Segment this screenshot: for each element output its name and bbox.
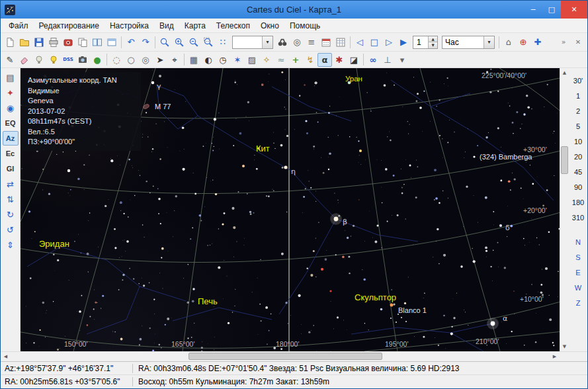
new-window-button[interactable] [105,35,119,50]
chain-charts-button[interactable]: ∞ [366,53,380,67]
menu-item-setup[interactable]: Настройка [105,19,154,32]
close-button[interactable]: ✕ [561,1,587,19]
new-chart-button[interactable] [3,35,17,50]
orientation-button-n[interactable]: N [569,235,587,249]
flash-blink-button[interactable]: ↯ [303,53,317,67]
coord-equatorial-button[interactable]: EQ [3,116,19,130]
deep-sky-objects-button[interactable]: + [288,53,303,67]
rotate-ccw-button[interactable]: ↺ [3,222,19,237]
time-step[interactable]: 1▲▼ [413,36,438,49]
fov-button-10[interactable]: 10 [569,134,587,148]
calendar-button[interactable] [319,35,333,50]
scroll-down-icon[interactable]: ▼ [560,342,569,351]
rotate-cw-button[interactable]: ↻ [3,207,19,222]
scroll-left-icon[interactable]: ◀ [1,352,11,361]
chart-area[interactable]: КитЭриданПечьСкульпторУранM 77(324) Bamb… [21,68,560,351]
scroll-up-icon[interactable]: ▲ [560,68,569,77]
orientation-button-w[interactable]: W [569,281,587,294]
greek-labels-button[interactable]: α [317,53,332,67]
fov-button-45[interactable]: 45 [569,165,587,179]
ephemerides-button[interactable] [333,35,348,50]
fov-reticle-medium-button[interactable]: ○ [124,53,138,67]
fov-button-90[interactable]: 90 [569,180,587,194]
coord-azimuthal-button[interactable]: Az [3,131,19,146]
menu-item-edit[interactable]: Редактирование [34,19,105,32]
menu-item-view[interactable]: Вид [154,19,179,32]
time-previous-button[interactable]: ◁ [353,35,367,50]
label-eraser-button[interactable] [17,53,32,67]
scroll-right-icon[interactable]: ▶ [550,352,560,361]
time-step-up-icon[interactable]: ▲ [429,36,437,42]
copy-chart-button[interactable] [75,35,90,50]
time-next-button[interactable]: ▶ [396,35,411,50]
flip-horizontal-button[interactable]: ⇄ [3,177,19,191]
horizontal-scroll-track[interactable] [11,352,550,361]
star-density-button[interactable]: ∷ [216,35,230,50]
time-stop-button[interactable]: □ [367,35,382,50]
orientation-button-s[interactable]: S [569,250,587,264]
time-unit[interactable]: Час▾ [442,36,495,49]
image-invert-button[interactable]: ◪ [347,53,361,67]
photo-camera-button[interactable] [75,53,90,67]
night-mode-button[interactable]: ◐ [201,53,216,67]
menu-item-file[interactable]: Файл [3,19,34,32]
fov-button-30min[interactable]: 30' [569,73,587,87]
constellation-boundaries-button[interactable]: ▨ [245,53,259,67]
coord-galactic-button[interactable]: Gl [3,161,19,176]
fov-button-310[interactable]: 310 [569,210,587,224]
fov-reticle-small-button[interactable]: ◌ [109,53,124,67]
orientation-button-e[interactable]: E [569,265,587,279]
vertical-scrollbar[interactable]: ▲ ▼ [560,68,569,351]
toolbar-close-button[interactable]: ✕ [571,35,585,50]
pointer-arrow-button[interactable]: ➤ [153,53,167,67]
orientation-button-z[interactable]: Z [569,296,587,310]
fov-button-20[interactable]: 20 [569,150,587,163]
print-chart-button[interactable] [46,35,61,50]
zoom-area-button[interactable] [201,35,216,50]
dss-image-button[interactable]: DSS [61,53,75,67]
minimize-button[interactable]: ─ [524,1,542,19]
finder-info-button[interactable]: ▤ [3,70,19,85]
night-vision-button[interactable]: ● [90,53,105,67]
fov-button-2[interactable]: 2 [569,104,587,118]
label-pencil-button[interactable]: ✎ [3,53,17,67]
flip-vertical-button[interactable]: ⇅ [3,192,19,206]
telescope-mark-button[interactable]: ⌖ [167,53,182,67]
search-combo-dropdown-icon[interactable]: ▾ [262,36,273,48]
time-step-down-icon[interactable]: ▼ [429,42,437,48]
star-names-button[interactable]: ✱ [332,53,347,67]
identify-cursor-button[interactable]: ◎ [290,35,304,50]
maximize-button[interactable]: □ [542,1,561,19]
observatory-button[interactable]: ⌂ [501,35,516,50]
more-options-button[interactable]: ▾ [395,53,409,67]
vertical-scroll-thumb[interactable] [561,146,568,174]
sky-brightness-low-button[interactable] [32,53,46,67]
telescope-target-button[interactable]: ⊕ [516,35,530,50]
auto-label-button[interactable]: ✧ [259,53,274,67]
horizontal-scroll-thumb[interactable] [189,353,382,360]
menu-item-chart[interactable]: Карта [179,19,211,32]
sky-globe-button[interactable]: ◉ [3,101,19,115]
coord-ecliptic-button[interactable]: Ec [3,146,19,161]
open-chart-button[interactable] [17,35,32,50]
redo-button[interactable]: ↷ [138,35,153,50]
dock-anchor-button[interactable]: ⊥ [380,53,395,67]
save-chart-button[interactable] [32,35,46,50]
snapshot-button[interactable] [61,35,75,50]
sky-brightness-high-button[interactable] [46,53,61,67]
undo-button[interactable]: ↶ [124,35,138,50]
search-combo[interactable]: ▾ [232,36,273,49]
fov-button-180[interactable]: 180 [569,195,587,209]
time-play-button[interactable]: ▷ [382,35,396,50]
menu-item-help[interactable]: Помощь [284,19,325,32]
zoom-in-button[interactable] [172,35,187,50]
horizontal-scrollbar[interactable]: ◀ ▶ [1,351,587,361]
fov-button-5[interactable]: 5 [569,119,587,133]
fit-vertical-button[interactable]: ⇕ [3,238,19,252]
fov-reticle-large-button[interactable]: ◎ [138,53,153,67]
title-bar[interactable]: Cartes du Ciel - Карта_1 ─ □ ✕ [1,1,587,19]
zoom-out-button[interactable] [187,35,201,50]
show-grid-button[interactable]: ▦ [187,53,201,67]
object-list-button[interactable]: ≡ [304,35,319,50]
milky-way-button[interactable]: ≈ [274,53,288,67]
